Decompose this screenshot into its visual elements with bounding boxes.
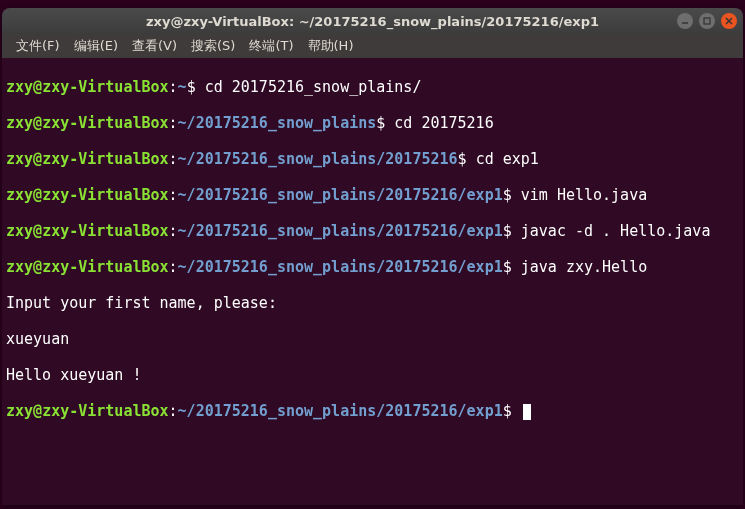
terminal-output: Input your first name, please: xyxy=(6,294,739,312)
prompt-user: zxy xyxy=(6,78,33,96)
close-button[interactable] xyxy=(721,13,737,29)
terminal-output: Hello xueyuan ! xyxy=(6,366,739,384)
menu-search[interactable]: 搜索(S) xyxy=(185,35,241,57)
prompt-path: ~ xyxy=(178,78,187,96)
terminal-window: zxy@zxy-VirtualBox: ~/20175216_snow_plai… xyxy=(2,8,743,505)
terminal-output: xueyuan xyxy=(6,330,739,348)
terminal-content[interactable]: zxy@zxy-VirtualBox:~$ cd 20175216_snow_p… xyxy=(2,58,743,458)
menu-help[interactable]: 帮助(H) xyxy=(302,35,360,57)
terminal-line: zxy@zxy-VirtualBox:~/20175216_snow_plain… xyxy=(6,114,739,132)
titlebar: zxy@zxy-VirtualBox: ~/20175216_snow_plai… xyxy=(2,8,743,34)
cursor xyxy=(523,404,531,420)
maximize-button[interactable] xyxy=(699,13,715,29)
window-title: zxy@zxy-VirtualBox: ~/20175216_snow_plai… xyxy=(146,14,599,29)
prompt-host: zxy-VirtualBox xyxy=(42,78,168,96)
terminal-line: zxy@zxy-VirtualBox:~/20175216_snow_plain… xyxy=(6,402,739,420)
svg-rect-1 xyxy=(704,18,710,24)
command: cd 20175216_snow_plains/ xyxy=(205,78,422,96)
menu-file[interactable]: 文件(F) xyxy=(10,35,66,57)
menu-edit[interactable]: 编辑(E) xyxy=(68,35,124,57)
menu-view[interactable]: 查看(V) xyxy=(126,35,183,57)
menu-terminal[interactable]: 终端(T) xyxy=(243,35,299,57)
terminal-line: zxy@zxy-VirtualBox:~/20175216_snow_plain… xyxy=(6,258,739,276)
minimize-button[interactable] xyxy=(677,13,693,29)
window-controls xyxy=(677,13,737,29)
terminal-line: zxy@zxy-VirtualBox:~/20175216_snow_plain… xyxy=(6,150,739,168)
terminal-line: zxy@zxy-VirtualBox:~/20175216_snow_plain… xyxy=(6,186,739,204)
terminal-line: zxy@zxy-VirtualBox:~$ cd 20175216_snow_p… xyxy=(6,78,739,96)
terminal-line: zxy@zxy-VirtualBox:~/20175216_snow_plain… xyxy=(6,222,739,240)
menubar: 文件(F) 编辑(E) 查看(V) 搜索(S) 终端(T) 帮助(H) xyxy=(2,34,743,58)
